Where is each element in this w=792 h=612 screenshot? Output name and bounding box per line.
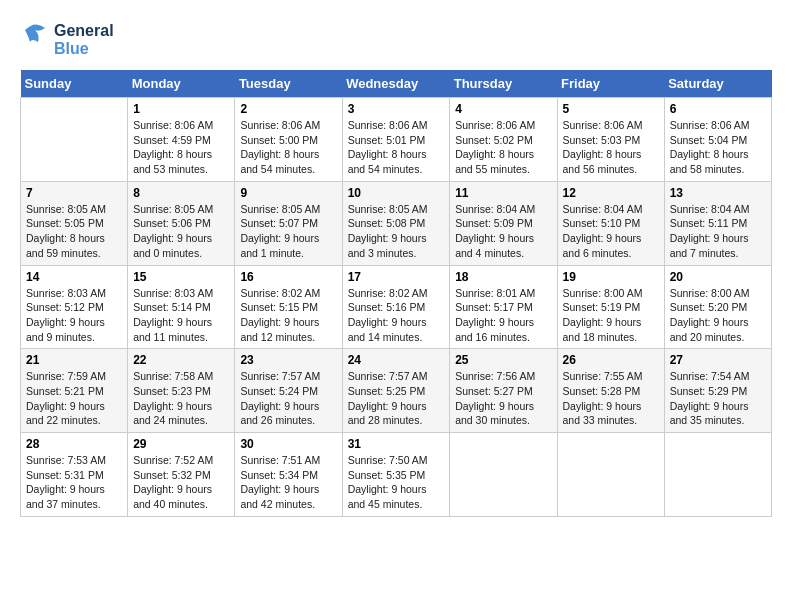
day-number: 3 bbox=[348, 102, 445, 116]
logo: GeneralBlue bbox=[20, 20, 114, 60]
calendar-cell: 2Sunrise: 8:06 AM Sunset: 5:00 PM Daylig… bbox=[235, 98, 342, 182]
day-number: 19 bbox=[563, 270, 659, 284]
day-number: 17 bbox=[348, 270, 445, 284]
day-number: 10 bbox=[348, 186, 445, 200]
calendar-body: 1Sunrise: 8:06 AM Sunset: 4:59 PM Daylig… bbox=[21, 98, 772, 517]
day-info: Sunrise: 8:06 AM Sunset: 5:03 PM Dayligh… bbox=[563, 118, 659, 177]
calendar-week-row: 1Sunrise: 8:06 AM Sunset: 4:59 PM Daylig… bbox=[21, 98, 772, 182]
day-info: Sunrise: 8:04 AM Sunset: 5:11 PM Dayligh… bbox=[670, 202, 766, 261]
calendar-cell: 1Sunrise: 8:06 AM Sunset: 4:59 PM Daylig… bbox=[128, 98, 235, 182]
day-number: 26 bbox=[563, 353, 659, 367]
day-number: 27 bbox=[670, 353, 766, 367]
day-number: 29 bbox=[133, 437, 229, 451]
day-info: Sunrise: 7:56 AM Sunset: 5:27 PM Dayligh… bbox=[455, 369, 551, 428]
calendar-cell: 21Sunrise: 7:59 AM Sunset: 5:21 PM Dayli… bbox=[21, 349, 128, 433]
day-info: Sunrise: 8:06 AM Sunset: 5:00 PM Dayligh… bbox=[240, 118, 336, 177]
weekday-header-wednesday: Wednesday bbox=[342, 70, 450, 98]
day-number: 11 bbox=[455, 186, 551, 200]
calendar-cell: 17Sunrise: 8:02 AM Sunset: 5:16 PM Dayli… bbox=[342, 265, 450, 349]
day-info: Sunrise: 8:05 AM Sunset: 5:06 PM Dayligh… bbox=[133, 202, 229, 261]
calendar-cell: 13Sunrise: 8:04 AM Sunset: 5:11 PM Dayli… bbox=[664, 181, 771, 265]
day-info: Sunrise: 8:05 AM Sunset: 5:08 PM Dayligh… bbox=[348, 202, 445, 261]
calendar-cell: 26Sunrise: 7:55 AM Sunset: 5:28 PM Dayli… bbox=[557, 349, 664, 433]
day-number: 21 bbox=[26, 353, 122, 367]
weekday-header-monday: Monday bbox=[128, 70, 235, 98]
calendar-week-row: 28Sunrise: 7:53 AM Sunset: 5:31 PM Dayli… bbox=[21, 433, 772, 517]
weekday-header-row: SundayMondayTuesdayWednesdayThursdayFrid… bbox=[21, 70, 772, 98]
day-number: 31 bbox=[348, 437, 445, 451]
calendar-cell: 15Sunrise: 8:03 AM Sunset: 5:14 PM Dayli… bbox=[128, 265, 235, 349]
day-info: Sunrise: 7:51 AM Sunset: 5:34 PM Dayligh… bbox=[240, 453, 336, 512]
weekday-header-thursday: Thursday bbox=[450, 70, 557, 98]
weekday-header-tuesday: Tuesday bbox=[235, 70, 342, 98]
calendar-cell: 24Sunrise: 7:57 AM Sunset: 5:25 PM Dayli… bbox=[342, 349, 450, 433]
day-number: 5 bbox=[563, 102, 659, 116]
weekday-header-sunday: Sunday bbox=[21, 70, 128, 98]
day-number: 1 bbox=[133, 102, 229, 116]
day-number: 7 bbox=[26, 186, 122, 200]
day-number: 14 bbox=[26, 270, 122, 284]
day-info: Sunrise: 8:03 AM Sunset: 5:12 PM Dayligh… bbox=[26, 286, 122, 345]
day-info: Sunrise: 8:00 AM Sunset: 5:20 PM Dayligh… bbox=[670, 286, 766, 345]
calendar-cell: 30Sunrise: 7:51 AM Sunset: 5:34 PM Dayli… bbox=[235, 433, 342, 517]
calendar-table: SundayMondayTuesdayWednesdayThursdayFrid… bbox=[20, 70, 772, 517]
day-number: 16 bbox=[240, 270, 336, 284]
calendar-cell: 22Sunrise: 7:58 AM Sunset: 5:23 PM Dayli… bbox=[128, 349, 235, 433]
day-info: Sunrise: 7:53 AM Sunset: 5:31 PM Dayligh… bbox=[26, 453, 122, 512]
calendar-week-row: 21Sunrise: 7:59 AM Sunset: 5:21 PM Dayli… bbox=[21, 349, 772, 433]
calendar-cell bbox=[557, 433, 664, 517]
day-number: 24 bbox=[348, 353, 445, 367]
calendar-cell: 10Sunrise: 8:05 AM Sunset: 5:08 PM Dayli… bbox=[342, 181, 450, 265]
day-info: Sunrise: 8:05 AM Sunset: 5:05 PM Dayligh… bbox=[26, 202, 122, 261]
logo-text: GeneralBlue bbox=[54, 22, 114, 57]
calendar-cell: 5Sunrise: 8:06 AM Sunset: 5:03 PM Daylig… bbox=[557, 98, 664, 182]
calendar-cell: 20Sunrise: 8:00 AM Sunset: 5:20 PM Dayli… bbox=[664, 265, 771, 349]
day-number: 13 bbox=[670, 186, 766, 200]
calendar-cell: 9Sunrise: 8:05 AM Sunset: 5:07 PM Daylig… bbox=[235, 181, 342, 265]
page-header: GeneralBlue bbox=[20, 20, 772, 60]
day-number: 28 bbox=[26, 437, 122, 451]
calendar-cell: 11Sunrise: 8:04 AM Sunset: 5:09 PM Dayli… bbox=[450, 181, 557, 265]
calendar-cell bbox=[450, 433, 557, 517]
day-info: Sunrise: 8:06 AM Sunset: 5:02 PM Dayligh… bbox=[455, 118, 551, 177]
calendar-cell: 16Sunrise: 8:02 AM Sunset: 5:15 PM Dayli… bbox=[235, 265, 342, 349]
day-number: 2 bbox=[240, 102, 336, 116]
day-info: Sunrise: 7:55 AM Sunset: 5:28 PM Dayligh… bbox=[563, 369, 659, 428]
calendar-cell: 14Sunrise: 8:03 AM Sunset: 5:12 PM Dayli… bbox=[21, 265, 128, 349]
day-number: 9 bbox=[240, 186, 336, 200]
day-info: Sunrise: 7:54 AM Sunset: 5:29 PM Dayligh… bbox=[670, 369, 766, 428]
day-number: 30 bbox=[240, 437, 336, 451]
day-number: 8 bbox=[133, 186, 229, 200]
calendar-cell: 6Sunrise: 8:06 AM Sunset: 5:04 PM Daylig… bbox=[664, 98, 771, 182]
day-number: 23 bbox=[240, 353, 336, 367]
calendar-cell: 29Sunrise: 7:52 AM Sunset: 5:32 PM Dayli… bbox=[128, 433, 235, 517]
day-info: Sunrise: 7:50 AM Sunset: 5:35 PM Dayligh… bbox=[348, 453, 445, 512]
calendar-week-row: 14Sunrise: 8:03 AM Sunset: 5:12 PM Dayli… bbox=[21, 265, 772, 349]
weekday-header-saturday: Saturday bbox=[664, 70, 771, 98]
day-info: Sunrise: 8:04 AM Sunset: 5:09 PM Dayligh… bbox=[455, 202, 551, 261]
day-info: Sunrise: 8:02 AM Sunset: 5:15 PM Dayligh… bbox=[240, 286, 336, 345]
day-info: Sunrise: 7:57 AM Sunset: 5:25 PM Dayligh… bbox=[348, 369, 445, 428]
day-number: 25 bbox=[455, 353, 551, 367]
calendar-cell: 19Sunrise: 8:00 AM Sunset: 5:19 PM Dayli… bbox=[557, 265, 664, 349]
logo: GeneralBlue bbox=[20, 20, 114, 60]
day-info: Sunrise: 7:52 AM Sunset: 5:32 PM Dayligh… bbox=[133, 453, 229, 512]
day-info: Sunrise: 8:03 AM Sunset: 5:14 PM Dayligh… bbox=[133, 286, 229, 345]
day-info: Sunrise: 8:04 AM Sunset: 5:10 PM Dayligh… bbox=[563, 202, 659, 261]
day-number: 22 bbox=[133, 353, 229, 367]
day-info: Sunrise: 8:06 AM Sunset: 4:59 PM Dayligh… bbox=[133, 118, 229, 177]
day-info: Sunrise: 8:01 AM Sunset: 5:17 PM Dayligh… bbox=[455, 286, 551, 345]
day-info: Sunrise: 8:06 AM Sunset: 5:01 PM Dayligh… bbox=[348, 118, 445, 177]
calendar-cell bbox=[21, 98, 128, 182]
calendar-cell bbox=[664, 433, 771, 517]
day-number: 4 bbox=[455, 102, 551, 116]
day-number: 20 bbox=[670, 270, 766, 284]
calendar-cell: 18Sunrise: 8:01 AM Sunset: 5:17 PM Dayli… bbox=[450, 265, 557, 349]
calendar-cell: 28Sunrise: 7:53 AM Sunset: 5:31 PM Dayli… bbox=[21, 433, 128, 517]
day-number: 15 bbox=[133, 270, 229, 284]
calendar-cell: 23Sunrise: 7:57 AM Sunset: 5:24 PM Dayli… bbox=[235, 349, 342, 433]
day-number: 12 bbox=[563, 186, 659, 200]
day-info: Sunrise: 7:58 AM Sunset: 5:23 PM Dayligh… bbox=[133, 369, 229, 428]
day-number: 6 bbox=[670, 102, 766, 116]
calendar-cell: 3Sunrise: 8:06 AM Sunset: 5:01 PM Daylig… bbox=[342, 98, 450, 182]
